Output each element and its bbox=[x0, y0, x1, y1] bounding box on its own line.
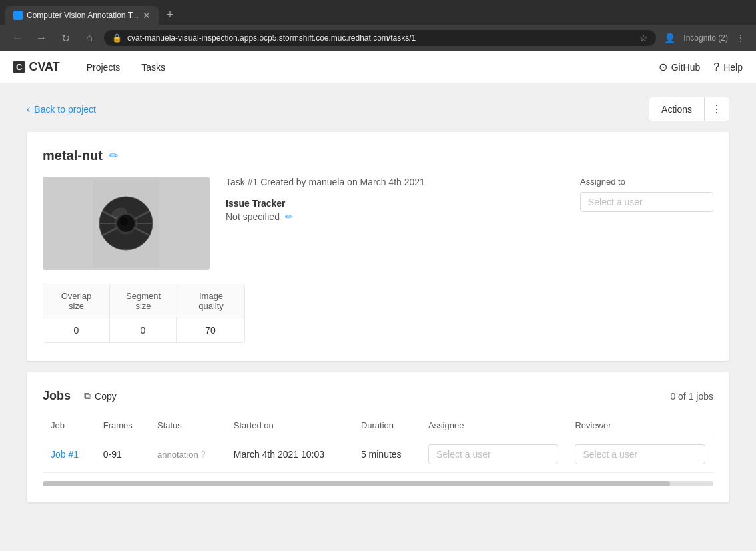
url-input[interactable] bbox=[127, 33, 634, 43]
github-link[interactable]: ⊙ GitHub bbox=[659, 61, 701, 73]
back-button[interactable]: ← bbox=[8, 29, 27, 47]
job-status-text: annotation bbox=[157, 450, 198, 460]
edit-issue-tracker-icon[interactable]: ✏ bbox=[285, 211, 293, 222]
job-link[interactable]: Job #1 bbox=[51, 449, 79, 460]
col-frames: Frames bbox=[95, 415, 149, 436]
col-status: Status bbox=[149, 415, 226, 436]
copy-label: Copy bbox=[95, 391, 117, 402]
jobs-table: Job Frames Status Started on Duration As… bbox=[43, 415, 713, 473]
copy-button[interactable]: ⧉ Copy bbox=[79, 388, 122, 404]
app-container: C CVAT Projects Tasks ⊙ GitHub ? Help ‹ … bbox=[0, 51, 756, 518]
actions-menu-button[interactable]: ⋮ bbox=[704, 97, 729, 121]
stats-table: Overlapsize Segmentsize Imagequality 0 0… bbox=[43, 284, 245, 343]
job-assignee-select[interactable]: Select a user bbox=[428, 444, 559, 464]
issue-tracker-text: Not specified bbox=[226, 211, 280, 222]
task-image bbox=[93, 180, 159, 267]
task-main: Task #1 Created by manuela on March 4th … bbox=[43, 177, 713, 270]
horizontal-scrollbar[interactable] bbox=[43, 481, 713, 486]
help-link[interactable]: ? Help bbox=[713, 61, 743, 73]
stats-header-row: Overlapsize Segmentsize Imagequality bbox=[43, 284, 244, 318]
new-tab-button[interactable]: + bbox=[161, 5, 179, 25]
lock-icon: 🔒 bbox=[112, 33, 122, 43]
jobs-card: Jobs ⧉ Copy 0 of 1 jobs Job Frames Statu… bbox=[27, 372, 729, 502]
browser-tab-active[interactable]: Computer Vision Annotation T... ✕ bbox=[5, 6, 159, 25]
address-bar[interactable]: 🔒 ☆ bbox=[104, 30, 656, 46]
stats-quality-value: 70 bbox=[177, 318, 244, 342]
back-label: Back to project bbox=[34, 104, 96, 115]
col-started: Started on bbox=[226, 415, 353, 436]
scrollbar-thumb[interactable] bbox=[43, 481, 670, 486]
extensions-button[interactable]: 👤 bbox=[661, 30, 678, 46]
nav-tasks[interactable]: Tasks bbox=[131, 51, 176, 83]
app-header-right: ⊙ GitHub ? Help bbox=[659, 61, 743, 73]
task-image-container bbox=[43, 177, 210, 270]
github-icon: ⊙ bbox=[659, 61, 667, 73]
app-nav: Projects Tasks bbox=[76, 51, 176, 83]
stats-header-segment: Segmentsize bbox=[110, 284, 177, 318]
help-icon: ? bbox=[713, 61, 719, 73]
jobs-table-head: Job Frames Status Started on Duration As… bbox=[43, 415, 713, 436]
col-job: Job bbox=[43, 415, 95, 436]
jobs-count: 0 of 1 jobs bbox=[670, 391, 713, 402]
page-content: ‹ Back to project Actions ⋮ metal-nut ✏ bbox=[0, 83, 756, 516]
tab-close-icon[interactable]: ✕ bbox=[143, 10, 151, 21]
task-title-row: metal-nut ✏ bbox=[43, 148, 713, 163]
job-frames-cell: 0-91 bbox=[95, 436, 149, 473]
task-created-text: Task #1 Created by manuela on March 4th … bbox=[226, 177, 564, 187]
breadcrumb-row: ‹ Back to project Actions ⋮ bbox=[27, 97, 729, 121]
job-reviewer-cell[interactable]: Select a user bbox=[566, 436, 713, 473]
chevron-left-icon: ‹ bbox=[27, 103, 30, 115]
status-help-icon[interactable]: ? bbox=[201, 450, 206, 459]
forward-button[interactable]: → bbox=[32, 29, 51, 47]
col-reviewer: Reviewer bbox=[566, 415, 713, 436]
edit-title-icon[interactable]: ✏ bbox=[109, 149, 118, 162]
task-title: metal-nut bbox=[43, 148, 103, 163]
cvat-logo[interactable]: C CVAT bbox=[13, 60, 60, 74]
logo-icon: C bbox=[13, 61, 25, 73]
task-stats: Overlapsize Segmentsize Imagequality 0 0… bbox=[43, 284, 713, 345]
help-label: Help bbox=[723, 62, 743, 73]
github-label: GitHub bbox=[671, 62, 701, 73]
tab-title: Computer Vision Annotation T... bbox=[27, 11, 139, 20]
bookmark-icon[interactable]: ☆ bbox=[639, 33, 648, 43]
browser-chrome: Computer Vision Annotation T... ✕ + ← → … bbox=[0, 0, 756, 51]
job-status-badge: annotation ? bbox=[157, 450, 218, 460]
job-duration-cell: 5 minutes bbox=[353, 436, 420, 473]
tab-favicon bbox=[13, 11, 23, 20]
svg-point-8 bbox=[120, 217, 128, 225]
job-id-cell: Job #1 bbox=[43, 436, 95, 473]
logo-text: CVAT bbox=[29, 60, 59, 74]
job-assignee-cell[interactable]: Select a user bbox=[420, 436, 567, 473]
job-started-cell: March 4th 2021 10:03 bbox=[226, 436, 353, 473]
jobs-table-body: Job #1 0-91 annotation ? March 4th 2021 … bbox=[43, 436, 713, 473]
job-reviewer-select[interactable]: Select a user bbox=[575, 444, 705, 464]
browser-actions: 👤 Incognito (2) ⋮ bbox=[661, 30, 748, 46]
stats-segment-value: 0 bbox=[110, 318, 177, 342]
browser-menu-button[interactable]: ⋮ bbox=[733, 30, 748, 46]
back-to-project-link[interactable]: ‹ Back to project bbox=[27, 103, 96, 115]
stats-header-quality: Imagequality bbox=[177, 284, 244, 318]
task-meta: Task #1 Created by manuela on March 4th … bbox=[226, 177, 564, 222]
assign-user-select[interactable]: Select a user bbox=[580, 192, 713, 212]
stats-data-row: 0 0 70 bbox=[43, 318, 244, 342]
actions-button[interactable]: Actions bbox=[649, 99, 704, 120]
job-status-cell: annotation ? bbox=[149, 436, 226, 473]
stats-overlap-value: 0 bbox=[43, 318, 110, 342]
home-button[interactable]: ⌂ bbox=[80, 29, 99, 47]
assigned-to-label: Assigned to bbox=[580, 177, 713, 187]
jobs-header: Jobs ⧉ Copy 0 of 1 jobs bbox=[43, 388, 713, 404]
issue-tracker-section: Issue Tracker Not specified ✏ bbox=[226, 198, 564, 222]
actions-button-group: Actions ⋮ bbox=[649, 97, 729, 121]
col-assignee: Assignee bbox=[420, 415, 567, 436]
task-card: metal-nut ✏ bbox=[27, 132, 729, 361]
jobs-title: Jobs bbox=[43, 389, 71, 403]
browser-controls: ← → ↻ ⌂ 🔒 ☆ 👤 Incognito (2) ⋮ bbox=[0, 25, 756, 51]
incognito-label: Incognito (2) bbox=[683, 33, 728, 43]
reload-button[interactable]: ↻ bbox=[56, 29, 75, 47]
col-duration: Duration bbox=[353, 415, 420, 436]
issue-tracker-value: Not specified ✏ bbox=[226, 211, 564, 222]
browser-tab-bar: Computer Vision Annotation T... ✕ + bbox=[0, 0, 756, 25]
stats-header-overlap: Overlapsize bbox=[43, 284, 110, 318]
task-assigned-section: Assigned to Select a user bbox=[580, 177, 713, 212]
nav-projects[interactable]: Projects bbox=[76, 51, 131, 83]
